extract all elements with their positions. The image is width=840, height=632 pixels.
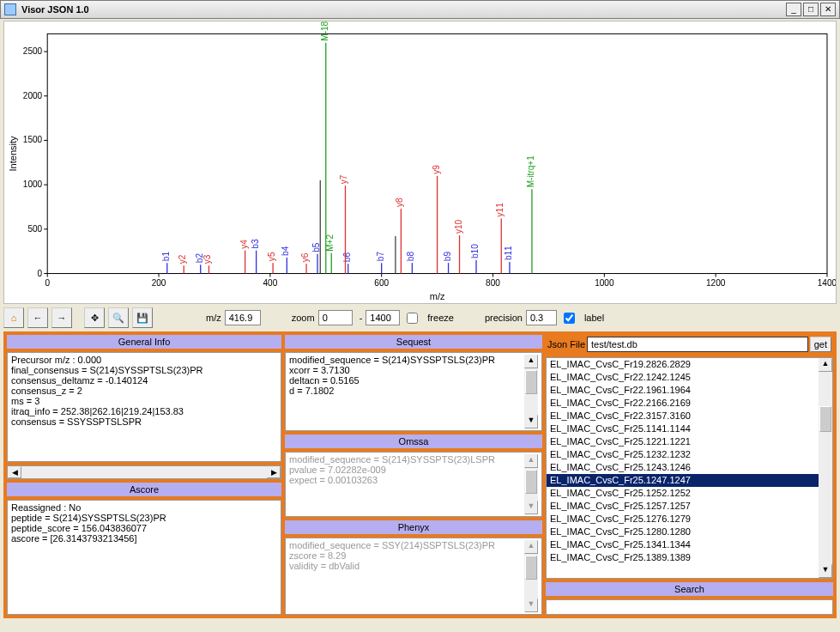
svg-text:y5: y5 (267, 252, 276, 261)
scroll-up-icon[interactable]: ▲ (524, 355, 538, 368)
svg-text:b5: b5 (311, 242, 321, 252)
svg-text:y2: y2 (178, 254, 187, 264)
svg-text:1400: 1400 (818, 278, 836, 288)
file-list-item[interactable]: EL_IMAC_CvsC_Fr25.1276.1279 (547, 513, 819, 526)
file-list-item[interactable]: EL_IMAC_CvsC_Fr25.1221.1221 (547, 435, 819, 448)
file-list-item[interactable]: EL_IMAC_CvsC_Fr25.1141.1144 (547, 422, 819, 435)
scroll-down-icon[interactable]: ▼ (524, 501, 538, 514)
scroll-up-icon[interactable]: ▲ (524, 540, 538, 554)
minimize-button[interactable]: _ (786, 3, 801, 16)
pan-button[interactable]: ✥ (84, 307, 105, 328)
maximize-button[interactable]: □ (803, 3, 819, 16)
svg-text:0: 0 (38, 269, 43, 278)
mz-input[interactable] (225, 310, 261, 325)
file-list-item[interactable]: EL_IMAC_CvsC_Fr22.3157.3160 (547, 410, 819, 422)
phenyx-body[interactable]: modified_sequence = SSY(214)SSPTSLS(23)P… (285, 538, 542, 615)
scroll-right-icon[interactable]: ▶ (267, 466, 281, 478)
zoom-to-input[interactable] (366, 310, 400, 325)
freeze-checkbox[interactable] (407, 313, 418, 324)
info-line: Precursor m/z : 0.000 (11, 355, 277, 365)
general-info-header: General Info (7, 335, 281, 349)
info-line: consensus = SSYSSPTSLSPR (11, 416, 277, 427)
svg-text:b7: b7 (376, 252, 385, 262)
info-line: pvalue = 7.02282e-009 (289, 465, 524, 475)
info-line: d = 7.1802 (289, 386, 524, 396)
scroll-down-icon[interactable]: ▼ (524, 599, 538, 612)
info-line: deltacn = 0.5165 (289, 375, 524, 386)
ascore-body[interactable]: Reassigned : Nopeptide = S(214)SYSSPTSLS… (7, 500, 281, 615)
info-line: modified_sequence = SSY(214)SSPTSLS(23)P… (289, 540, 524, 550)
svg-text:b8: b8 (406, 252, 415, 262)
svg-text:500: 500 (27, 224, 42, 234)
svg-text:y4: y4 (239, 240, 249, 249)
scroll-thumb[interactable] (525, 556, 537, 580)
svg-text:Intensity: Intensity (8, 136, 18, 172)
svg-text:2500: 2500 (23, 46, 43, 56)
scroll-down-icon[interactable]: ▼ (524, 415, 538, 428)
svg-text:b3: b3 (251, 239, 260, 249)
info-line: modified_sequence = S(214)SYSSPTSLS(23)P… (289, 355, 524, 365)
home-button[interactable]: ⌂ (3, 307, 24, 328)
save-figure-button[interactable]: 💾 (132, 307, 153, 328)
general-info-body[interactable]: Precursor m/z : 0.000final_consensus = S… (7, 352, 281, 462)
info-line: consensus_z = 2 (11, 386, 277, 396)
svg-text:800: 800 (486, 278, 500, 288)
get-button[interactable]: get (810, 337, 831, 352)
scroll-thumb[interactable] (819, 406, 831, 432)
file-list-item[interactable]: EL_IMAC_CvsC_Fr25.1280.1280 (547, 526, 819, 538)
svg-text:y7: y7 (339, 174, 348, 184)
file-list-item[interactable]: EL_IMAC_CvsC_Fr25.1389.1389 (547, 551, 819, 564)
app-icon (4, 3, 16, 15)
window-title: Visor JSON 1.0 (21, 4, 89, 15)
label-checkbox[interactable] (564, 313, 575, 324)
scroll-up-icon[interactable]: ▲ (524, 454, 538, 468)
svg-text:1000: 1000 (595, 278, 614, 288)
file-list-item[interactable]: EL_IMAC_CvsC_Fr25.1243.1246 (547, 461, 819, 474)
zoom-from-input[interactable] (318, 310, 353, 325)
svg-text:200: 200 (152, 278, 166, 288)
search-input-area[interactable] (546, 599, 833, 615)
file-list-item[interactable]: EL_IMAC_CvsC_Fr22.1242.1245 (547, 371, 819, 384)
zoom-sep: - (360, 313, 363, 323)
spectrum-chart[interactable]: 0500100015002000250002004006008001000120… (3, 21, 837, 304)
info-line: ms = 3 (11, 396, 277, 406)
file-list-item[interactable]: EL_IMAC_CvsC_Fr25.1247.1247 (547, 474, 819, 487)
info-line: Reassigned : No (11, 502, 277, 513)
info-line: modified_sequence = S(214)SYSSPTS(23)LSP… (289, 454, 524, 465)
svg-text:M-itrq+1: M-itrq+1 (526, 155, 535, 187)
svg-text:y3: y3 (202, 254, 212, 264)
file-list-item[interactable]: EL_IMAC_CvsC_Fr25.1257.1257 (547, 500, 819, 513)
svg-text:b10: b10 (470, 244, 480, 258)
scroll-thumb[interactable] (525, 470, 537, 494)
info-line: consensus_deltamz = -0.140124 (11, 375, 277, 386)
forward-button[interactable]: → (51, 307, 72, 328)
file-list-item[interactable]: EL_IMAC_CvsC_Fr19.2826.2829 (547, 358, 819, 371)
svg-text:1000: 1000 (23, 179, 43, 189)
omssa-body[interactable]: modified_sequence = S(214)SYSSPTS(23)LSP… (285, 452, 542, 517)
scroll-up-icon[interactable]: ▲ (819, 358, 832, 372)
file-list-item[interactable]: EL_IMAC_CvsC_Fr25.1341.1344 (547, 538, 819, 551)
scroll-down-icon[interactable]: ▼ (819, 564, 832, 578)
info-line: zscore = 8.29 (289, 550, 524, 561)
zoom-rect-button[interactable]: 🔍 (108, 307, 129, 328)
general-info-hscroll[interactable]: ◀▶ (7, 465, 281, 479)
json-file-input[interactable] (587, 337, 808, 352)
precision-label: precision (485, 313, 523, 323)
file-list-item[interactable]: EL_IMAC_CvsC_Fr22.2166.2169 (547, 397, 819, 410)
scroll-thumb[interactable] (525, 370, 537, 394)
info-line: xcorr = 3.7130 (289, 365, 524, 375)
back-button[interactable]: ← (27, 307, 48, 328)
sequest-body[interactable]: modified_sequence = S(214)SYSSPTSLS(23)P… (285, 352, 542, 431)
file-list-item[interactable]: EL_IMAC_CvsC_Fr22.1961.1964 (547, 384, 819, 397)
chart-toolbar: ⌂ ← → ✥ 🔍 💾 m/z zoom - freeze precision … (3, 306, 837, 330)
close-button[interactable]: ✕ (820, 3, 836, 16)
file-list-item[interactable]: EL_IMAC_CvsC_Fr25.1232.1232 (547, 448, 819, 461)
file-list-item[interactable]: EL_IMAC_CvsC_Fr25.1252.1252 (547, 487, 819, 500)
file-list[interactable]: EL_IMAC_CvsC_Fr19.2826.2829EL_IMAC_CvsC_… (546, 357, 833, 579)
scroll-left-icon[interactable]: ◀ (8, 466, 21, 478)
precision-input[interactable] (526, 310, 557, 325)
svg-text:b4: b4 (281, 246, 290, 256)
svg-text:y9: y9 (432, 165, 441, 174)
info-line: peptide_score = 156.043836077 (11, 523, 277, 533)
phenyx-header: Phenyx (285, 520, 542, 534)
